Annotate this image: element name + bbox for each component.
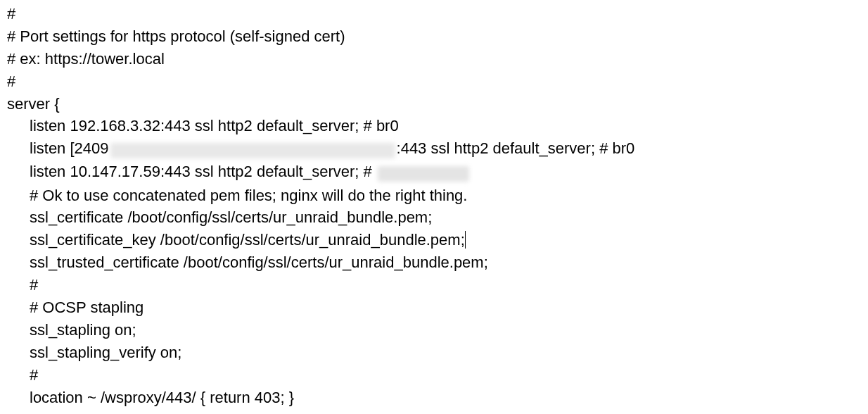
redacted-block [109,139,397,161]
config-line: # [7,70,861,93]
config-line-redacted: listen [2409:443 ssl http2 default_serve… [7,137,861,161]
config-line: ssl_trusted_certificate /boot/config/ssl… [7,251,861,274]
config-line: ssl_certificate /boot/config/ssl/certs/u… [7,206,861,229]
config-text: :443 ssl http2 default_server; # br0 [397,139,635,157]
config-line: include /etc/nginx/conf.d/locations.conf… [7,409,861,415]
config-line: # [7,3,861,25]
config-line: listen 192.168.3.32:443 ssl http2 defaul… [7,115,861,137]
config-line: ssl_stapling on; [7,319,861,341]
text-cursor [465,231,466,249]
config-line: # ex: https://tower.local [7,48,861,70]
config-line: server { [7,93,861,115]
config-line: ssl_certificate_key /boot/config/ssl/cer… [7,229,861,251]
config-line: # Ok to use concatenated pem files; ngin… [7,184,861,207]
config-text: ssl_certificate_key /boot/config/ssl/cer… [30,231,465,249]
config-line: location ~ /wsproxy/443/ { return 403; } [7,387,861,409]
config-text: listen [2409 [30,139,109,157]
config-line: # OCSP stapling [7,296,861,319]
config-line: # Port settings for https protocol (self… [7,25,861,48]
config-text: listen 10.147.17.59:443 ssl http2 defaul… [30,163,376,180]
config-line: ssl_stapling_verify on; [7,341,861,364]
config-line: # [7,364,861,387]
config-line-redacted: listen 10.147.17.59:443 ssl http2 defaul… [7,161,861,184]
redacted-block [376,162,469,184]
config-line: # [7,274,861,296]
